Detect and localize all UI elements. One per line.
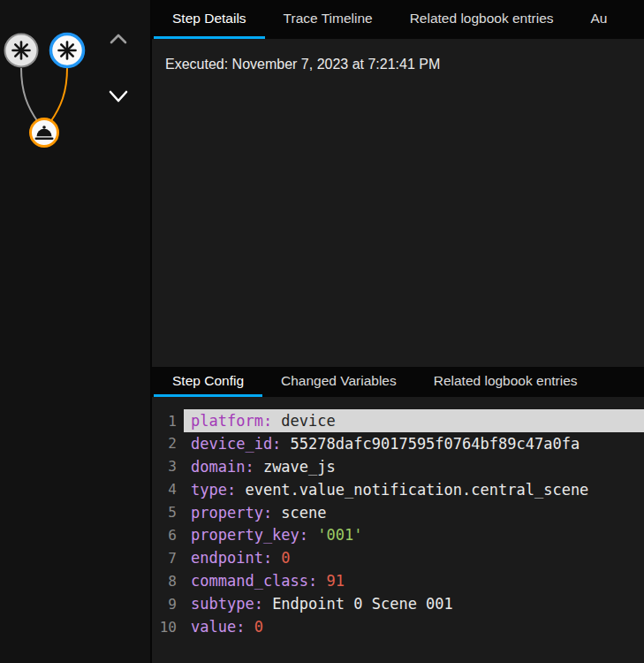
code-line-4: 4type: event.value_notification.central_…	[152, 478, 644, 501]
chevron-down-icon	[103, 85, 133, 108]
trace-node-graph	[0, 0, 150, 168]
code-line-10: 10value: 0	[152, 615, 644, 638]
tab-trace-timeline[interactable]: Trace Timeline	[265, 0, 391, 39]
code-text: command_class: 91	[184, 569, 644, 592]
code-line-6: 6property_key: '001'	[152, 524, 644, 547]
automation-trace-panel: Step DetailsTrace TimelineRelated logboo…	[0, 0, 644, 663]
empty-area	[152, 72, 644, 367]
line-number: 9	[152, 596, 184, 613]
top-tabbar: Step DetailsTrace TimelineRelated logboo…	[152, 0, 644, 39]
line-number: 4	[152, 481, 184, 498]
code-line-9: 9subtype: Endpoint 0 Scene 001	[152, 592, 644, 615]
line-number: 1	[152, 413, 184, 430]
code-text: endpoint: 0	[184, 546, 644, 569]
line-number: 3	[152, 458, 184, 475]
code-text: subtype: Endpoint 0 Scene 001	[184, 592, 644, 615]
asterisk-icon	[59, 42, 76, 59]
tab-step-details[interactable]: Step Details	[154, 0, 265, 39]
code-text: platform: device	[184, 409, 644, 432]
trace-detail-panel: Step DetailsTrace TimelineRelated logboo…	[152, 0, 644, 663]
code-text: value: 0	[184, 615, 644, 638]
trace-graph-sidebar	[0, 0, 152, 663]
tab-related-logbook-entries[interactable]: Related logbook entries	[415, 367, 596, 397]
tab-changed-variables[interactable]: Changed Variables	[262, 367, 415, 397]
line-number: 2	[152, 435, 184, 452]
tab-step-config[interactable]: Step Config	[154, 367, 262, 397]
code-line-3: 3domain: zwave_js	[152, 455, 644, 478]
step-config-code: 1platform: device2device_id: 55278dafc90…	[152, 397, 644, 638]
line-number: 7	[152, 550, 184, 567]
tab-automation-config[interactable]: Au	[572, 0, 626, 39]
code-text: type: event.value_notification.central_s…	[184, 478, 644, 501]
bottom-tabbar: Step ConfigChanged VariablesRelated logb…	[152, 367, 644, 397]
code-line-2: 2device_id: 55278dafc9017595f0764bf89c47…	[152, 432, 644, 455]
code-line-8: 8command_class: 91	[152, 569, 644, 592]
trigger-node-1[interactable]	[5, 34, 38, 67]
line-number: 6	[152, 527, 184, 544]
tab-related-logbook[interactable]: Related logbook entries	[391, 0, 572, 39]
code-line-7: 7endpoint: 0	[152, 546, 644, 569]
edge-active	[50, 68, 67, 122]
code-text: domain: zwave_js	[184, 455, 644, 478]
asterisk-icon	[13, 42, 30, 59]
prev-node-button[interactable]	[106, 30, 131, 48]
line-number: 8	[152, 573, 184, 590]
trigger-node-2-selected[interactable]	[51, 34, 84, 67]
edge-inactive	[21, 68, 38, 122]
code-text: property_key: '001'	[184, 524, 644, 547]
code-text: device_id: 55278dafc9017595f0764bf89c47a…	[184, 432, 644, 455]
action-node[interactable]	[31, 119, 58, 147]
line-number: 10	[152, 619, 184, 636]
line-number: 5	[152, 504, 184, 521]
next-node-button[interactable]	[103, 85, 133, 108]
code-text: property: scene	[184, 501, 644, 524]
chevron-up-icon	[106, 30, 131, 48]
executed-timestamp: Executed: November 7, 2023 at 7:21:41 PM	[152, 39, 644, 72]
code-line-5: 5property: scene	[152, 501, 644, 524]
code-line-1: 1platform: device	[152, 409, 644, 432]
